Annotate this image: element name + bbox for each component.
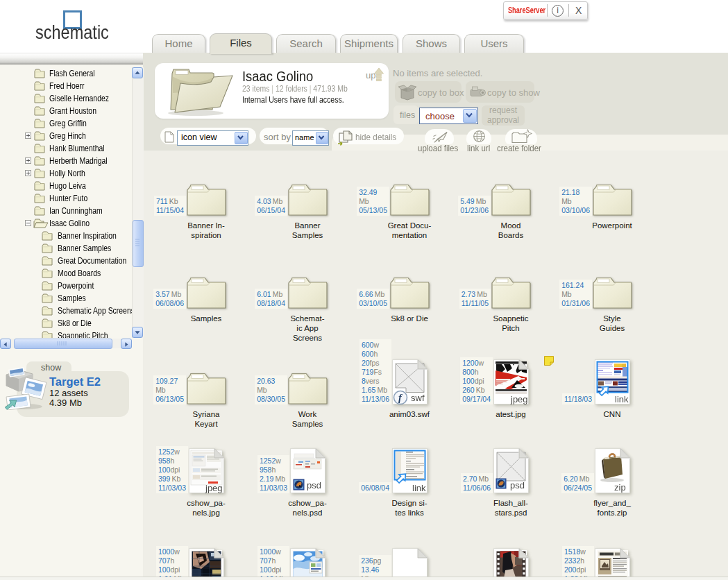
svg-text:link: link xyxy=(615,394,629,404)
svg-text:zip: zip xyxy=(614,482,626,493)
svg-text:jpeg: jpeg xyxy=(205,483,223,493)
svg-text:swf: swf xyxy=(411,393,425,403)
svg-text:psd: psd xyxy=(510,480,525,491)
svg-text:jpeg: jpeg xyxy=(510,394,528,404)
svg-text:link: link xyxy=(412,483,426,493)
svg-text:psd: psd xyxy=(307,480,321,491)
